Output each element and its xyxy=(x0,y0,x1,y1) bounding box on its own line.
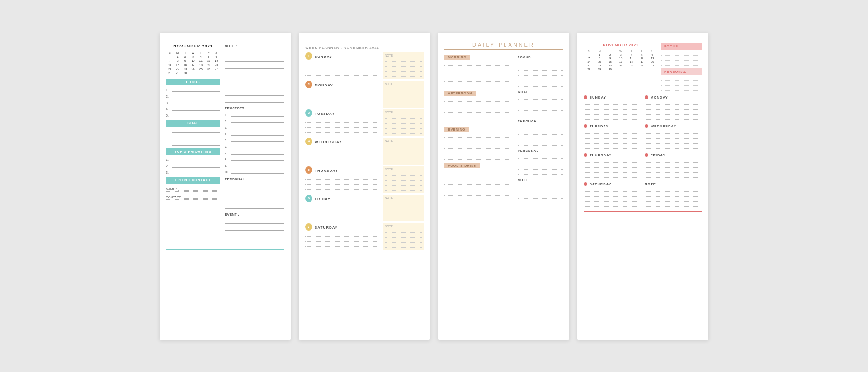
friday-dot xyxy=(645,153,648,157)
monday-dot xyxy=(645,95,648,99)
focus-bar: FOCUS xyxy=(166,79,220,85)
saturday-circle: 7 xyxy=(305,223,312,231)
sunday-note: NOTE : xyxy=(383,52,424,79)
monday-circle: 2 xyxy=(305,81,312,88)
thursday-circle: 5 xyxy=(305,166,312,174)
p4-focus-bar: FOCUS xyxy=(661,43,702,50)
focus-lines: 1. 2. 3. 4. 5. xyxy=(166,87,220,117)
goal-label-right: GOAL xyxy=(518,90,563,94)
personal-label: PERSONAL : xyxy=(225,177,284,181)
tuesday-dot xyxy=(584,124,587,128)
p4-saturday-label: SATURDAY xyxy=(590,182,611,186)
p4-thursday-label: THURSDAY xyxy=(590,153,612,157)
thursday-label: THURSDAY xyxy=(315,169,338,173)
wednesday-note: NOTE : xyxy=(383,138,424,165)
main-container: NOVEMBER 2021 S M T W T F S 123456 78910… xyxy=(146,14,722,358)
p4-col-monday: MONDAY xyxy=(645,95,702,121)
friday-label: FRIDAY xyxy=(315,197,330,201)
p4-col-tuesday: TUESDAY xyxy=(584,124,641,150)
projects-label: PROJECTS : xyxy=(225,106,284,110)
monthly-calendar: S M T W T F S 123456 78910111213 1415161… xyxy=(166,51,220,75)
goal-bar: GOAL xyxy=(166,120,220,127)
p4-monday-label: MONDAY xyxy=(651,95,668,99)
page-monthly-planner: NOVEMBER 2021 S M T W T F S 123456 78910… xyxy=(160,33,291,340)
p4-personal-bar: PERSONAL xyxy=(661,68,702,75)
daily-planner-header: DAILY PLANNER xyxy=(444,40,563,50)
top3-bar: TOP 3 PRIORITIES xyxy=(166,148,220,155)
event-label: EVENT : xyxy=(225,212,284,217)
friday-note: NOTE : xyxy=(383,195,424,221)
sunday-circle: 1 xyxy=(305,52,312,60)
afternoon-bar: AFTERNOON xyxy=(444,91,476,96)
day-row-thursday: 5 THURSDAY NOTE : xyxy=(305,166,424,193)
focus-label-right: FOCUS xyxy=(518,56,563,59)
p4-friday-label: FRIDAY xyxy=(651,153,665,157)
p4-col-note: NOTE xyxy=(645,182,702,207)
p4-col-friday: FRIDAY xyxy=(645,153,702,179)
saturday-dot xyxy=(584,182,587,186)
cal-header-w: W xyxy=(189,51,197,55)
top3-lines: 1. 2. 3. xyxy=(166,157,220,174)
projects-lines: 1. 2. 3. 4. 5. 6. 7. 8. 9. 10. xyxy=(225,112,284,174)
evening-bar: EVENING xyxy=(444,127,469,132)
contact-line: CONTACT : xyxy=(166,193,220,200)
morning-bar: MORNING xyxy=(444,55,470,60)
p4-wednesday-label: WEDNESDAY xyxy=(651,124,676,128)
wednesday-label: WEDNESDAY xyxy=(315,140,342,144)
cal-header-s2: S xyxy=(212,51,220,55)
day-row-tuesday: 3 TUESDAY NOTE : xyxy=(305,109,424,136)
cal-header-t2: T xyxy=(197,51,205,55)
note-label-right: NOTE xyxy=(518,179,563,182)
sunday-dot xyxy=(584,95,587,99)
day-row-friday: 6 FRIDAY NOTE : xyxy=(305,195,424,221)
goal-lines xyxy=(166,128,220,146)
friday-circle: 6 xyxy=(305,195,312,202)
cal-header-f: F xyxy=(205,51,212,55)
p4-sunday-label: SUNDAY xyxy=(590,95,606,99)
cal-header-m: M xyxy=(174,51,181,55)
thursday-dot xyxy=(584,153,587,157)
p4-calendar: SMT WTFS 123456 78910111213 141516171819… xyxy=(584,49,658,71)
saturday-note: NOTE : xyxy=(383,223,424,250)
note-label: NOTE : xyxy=(225,44,284,48)
name-line: NAME : xyxy=(166,185,220,192)
day-row-saturday: 7 SATURDAY NOTE : xyxy=(305,223,424,250)
tuesday-label: TUESDAY xyxy=(315,112,335,116)
personal-label-right: PERSONAL xyxy=(518,149,563,152)
week-planner-header: WEEK PLANNER : NOVEMBER 2021 xyxy=(305,43,424,50)
page-weekly-pink: NOVEMBER 2021 SMT WTFS 123456 7891011121… xyxy=(577,33,708,340)
monday-note: NOTE : xyxy=(383,81,424,108)
day-row-sunday: 1 SUNDAY NOTE : xyxy=(305,52,424,79)
saturday-label: SATURDAY xyxy=(315,226,338,230)
wednesday-dot xyxy=(645,124,648,128)
p4-col-saturday: SATURDAY xyxy=(584,182,641,207)
monday-label: MONDAY xyxy=(315,83,333,87)
p4-title: NOVEMBER 2021 xyxy=(584,43,658,47)
p4-col-thursday: THURSDAY xyxy=(584,153,641,179)
p4-day-grid: SUNDAY MONDAY TUESDAY WEDNESDAY THURSDAY… xyxy=(584,95,702,207)
monthly-title: NOVEMBER 2021 xyxy=(166,44,220,48)
tuesday-circle: 3 xyxy=(305,109,312,117)
page-week-planner: WEEK PLANNER : NOVEMBER 2021 1 SUNDAY NO… xyxy=(299,33,430,340)
p4-tuesday-label: TUESDAY xyxy=(590,124,609,128)
through-label-right: THROUGH xyxy=(518,120,563,123)
p4-col-wednesday: WEDNESDAY xyxy=(645,124,702,150)
page-daily-planner: DAILY PLANNER MORNING AFTERNOON EVENING … xyxy=(438,33,569,340)
thursday-note: NOTE : xyxy=(383,166,424,193)
friend-contact-bar: FRIEND CONTACT xyxy=(166,177,220,184)
wednesday-circle: 4 xyxy=(305,138,312,145)
sunday-label: SUNDAY xyxy=(315,55,332,59)
day-row-wednesday: 4 WEDNESDAY NOTE : xyxy=(305,138,424,165)
cal-header-s: S xyxy=(166,51,174,55)
cal-header-t: T xyxy=(181,51,189,55)
p4-col-sunday: SUNDAY xyxy=(584,95,641,121)
fooddrink-bar: FOOD & DRINK xyxy=(444,163,480,168)
day-row-monday: 2 MONDAY NOTE : xyxy=(305,81,424,108)
tuesday-note: NOTE : xyxy=(383,109,424,136)
p4-note-label: NOTE xyxy=(645,182,702,186)
